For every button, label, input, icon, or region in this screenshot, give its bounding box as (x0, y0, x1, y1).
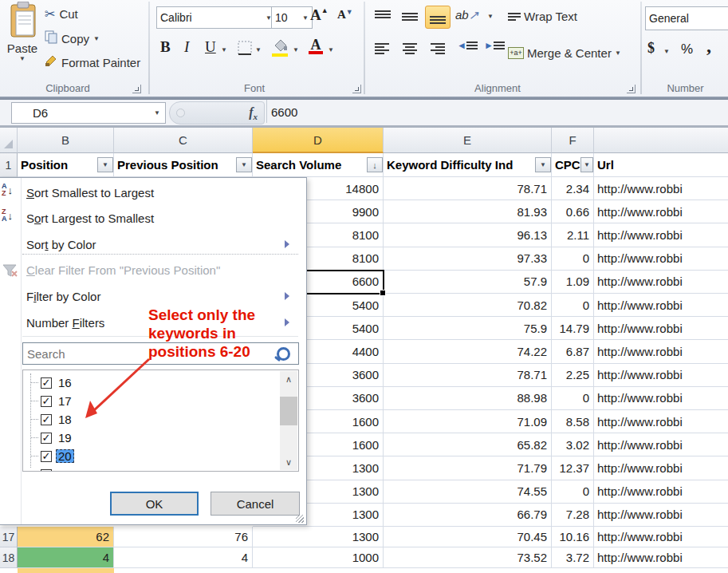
comma-button[interactable]: , (706, 35, 711, 57)
menu-item-sort-smallest-to-largest[interactable]: Sort Smallest to Largest (22, 180, 301, 204)
row-header-1[interactable]: 1 (0, 153, 18, 177)
cell-kd-row11[interactable]: 88.98 (384, 387, 552, 410)
cell-url-row2[interactable]: http://www.robbi (594, 177, 728, 200)
cell-cpc-row2[interactable]: 2.34 (552, 177, 594, 200)
name-box[interactable]: D6 ▼ (11, 102, 166, 124)
cell-cpc-row17[interactable]: 10.16 (552, 527, 594, 547)
cell-cpc-row3[interactable]: 0.66 (552, 200, 594, 223)
font-color-button[interactable]: A (309, 37, 323, 54)
cell-url-row10[interactable]: http://www.robbi (594, 364, 728, 387)
scroll-thumb[interactable] (280, 397, 297, 425)
checkbox-20[interactable]: ✓ (41, 451, 52, 462)
cell-url-row17[interactable]: http://www.robbi (594, 527, 728, 547)
value-label[interactable]: 21 (56, 468, 74, 472)
cell-kd-row9[interactable]: 74.22 (384, 340, 552, 363)
alignment-dialog-launcher[interactable] (627, 85, 636, 93)
value-label[interactable]: 16 (56, 376, 74, 389)
cell-kd-row2[interactable]: 78.71 (384, 177, 552, 200)
fill-color-button[interactable] (272, 38, 289, 57)
previous-position-filter-button[interactable]: ▼ (236, 157, 252, 172)
cell-cpc-row8[interactable]: 14.79 (552, 317, 594, 340)
cell-kd-row3[interactable]: 81.93 (384, 200, 552, 223)
cut-button[interactable]: ✂ Cut (45, 6, 78, 22)
fx-icon[interactable]: fx (249, 105, 258, 121)
cell-search_volume-row18[interactable]: 1000 (253, 547, 384, 568)
cell-kd-row4[interactable]: 96.13 (384, 223, 552, 247)
search-volume-sort-filter-button[interactable]: ↓ (367, 157, 383, 172)
cell-url-row6[interactable]: http://www.robbi (594, 271, 728, 294)
cell-url-row16[interactable]: http://www.robbi (594, 504, 728, 527)
col-header-F[interactable]: F (552, 128, 594, 153)
merge-center-button[interactable]: +a+ Merge & Center ▼ (508, 46, 621, 60)
cell-cpc-row15[interactable]: 0 (552, 480, 594, 504)
borders-button[interactable] (237, 40, 253, 59)
row-header-17[interactable]: 17 (0, 527, 18, 547)
checkbox-18[interactable]: ✓ (41, 414, 52, 425)
merge-center-dropdown-arrow[interactable]: ▼ (615, 49, 621, 57)
cell-cpc-row4[interactable]: 2.11 (552, 223, 594, 247)
cell-kd-row5[interactable]: 97.33 (384, 247, 552, 271)
value-label[interactable]: 18 (56, 413, 74, 426)
align-center-button[interactable] (398, 38, 422, 59)
checkbox-21[interactable] (41, 469, 52, 472)
cell-kd-row8[interactable]: 75.9 (384, 317, 552, 340)
scroll-down-arrow[interactable]: ∨ (280, 454, 297, 470)
orientation-dropdown-arrow[interactable]: ▼ (487, 13, 494, 20)
align-left-button[interactable] (371, 38, 395, 59)
col-header-B[interactable]: B (18, 128, 114, 153)
copy-button[interactable]: Copy ▼ (45, 30, 100, 47)
cell-position-row17[interactable]: 62 (18, 527, 114, 547)
cell-cpc-row10[interactable]: 2.25 (552, 364, 594, 387)
cell-cpc-row12[interactable]: 8.58 (552, 410, 594, 433)
cell-kd-row15[interactable]: 74.55 (384, 480, 552, 504)
currency-button[interactable]: $ (647, 40, 655, 57)
col-header-G[interactable] (594, 128, 728, 153)
menu-item-sort-by-color[interactable]: Sort by Color (22, 232, 301, 256)
cpc-filter-button[interactable]: ▼ (580, 157, 593, 172)
cell-kd-row10[interactable]: 78.71 (384, 364, 552, 387)
filter-value-19[interactable]: ✓19 (23, 429, 262, 447)
cell-kd-row6[interactable]: 57.9 (384, 271, 552, 294)
borders-dropdown-arrow[interactable]: ▼ (255, 46, 262, 53)
cell-url-row14[interactable]: http://www.robbi (594, 456, 728, 480)
value-label[interactable]: 19 (56, 431, 74, 445)
font-size-combo[interactable]: 10▼ (271, 6, 313, 29)
checkbox-16[interactable]: ✓ (41, 377, 52, 389)
middle-align-button[interactable] (398, 6, 422, 27)
col-header-C[interactable]: C (114, 128, 253, 153)
row-header-18[interactable]: 18 (0, 547, 18, 568)
cell-kd-row13[interactable]: 65.82 (384, 433, 552, 456)
cell-kd-row14[interactable]: 71.79 (384, 456, 552, 480)
search-icon[interactable] (277, 347, 290, 361)
cell-kd-row12[interactable]: 71.09 (384, 410, 552, 433)
cell-kd-row17[interactable]: 70.45 (384, 527, 552, 547)
cell-search_volume-row17[interactable]: 1300 (253, 527, 384, 547)
value-label[interactable]: 17 (56, 394, 74, 408)
font-dialog-launcher[interactable] (352, 85, 361, 93)
select-all-corner[interactable] (0, 128, 18, 153)
top-align-button[interactable] (371, 6, 395, 27)
scroll-up-arrow[interactable]: ∧ (280, 371, 297, 387)
ok-button[interactable]: OK (110, 492, 199, 516)
name-box-dropdown-arrow[interactable]: ▼ (154, 109, 160, 117)
cell-url-row5[interactable]: http://www.robbi (594, 247, 728, 271)
cell-position-row18[interactable]: 4 (18, 547, 114, 568)
cell-cpc-row5[interactable]: 0 (552, 247, 594, 271)
font-name-combo[interactable]: Calibri▼ (156, 6, 276, 29)
col-header-E[interactable]: E (384, 128, 552, 153)
cell-url-row7[interactable]: http://www.robbi (594, 294, 728, 317)
clipboard-dialog-launcher[interactable] (132, 85, 141, 93)
cell-prev_position-row17[interactable]: 76 (114, 527, 253, 547)
cell-cpc-row13[interactable]: 3.02 (552, 433, 594, 456)
italic-button[interactable]: I (184, 38, 189, 56)
formula-input[interactable]: 6600 (271, 102, 718, 122)
checkbox-17[interactable]: ✓ (41, 396, 52, 407)
cell-cpc-row16[interactable]: 7.28 (552, 504, 594, 527)
align-right-button[interactable] (425, 38, 449, 59)
checkbox-19[interactable]: ✓ (41, 433, 52, 444)
menu-item-filter-by-color[interactable]: Filter by Color (22, 284, 301, 308)
menu-item-sort-largest-to-smallest[interactable]: Sort Largest to Smallest (22, 206, 301, 230)
filter-value-20[interactable]: ✓20 (23, 447, 262, 465)
font-color-dropdown-arrow[interactable]: ▼ (328, 46, 334, 53)
cell-url-row9[interactable]: http://www.robbi (594, 340, 728, 363)
